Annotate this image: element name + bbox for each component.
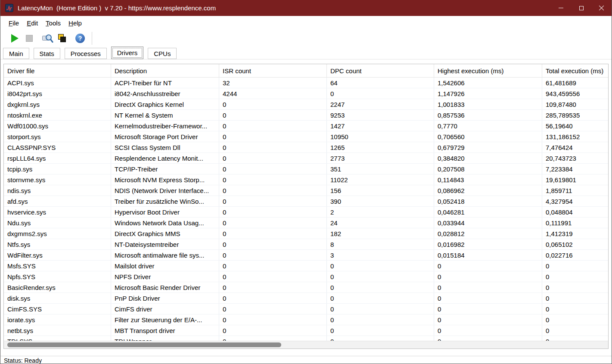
table-row[interactable]: afd.sysTreiber für zusätzliche WinSo...0… xyxy=(4,196,609,207)
maximize-icon xyxy=(579,6,584,10)
horizontal-scrollbar[interactable] xyxy=(4,341,608,348)
close-button[interactable] xyxy=(591,0,612,16)
table-cell: 0 xyxy=(542,293,609,303)
table-cell: Wdf01000.sys xyxy=(4,121,111,131)
table-row[interactable]: CimFS.SYSCimFS driver0000 xyxy=(4,304,609,314)
close-icon xyxy=(599,5,604,11)
table-cell: 0 xyxy=(542,314,609,325)
table-row[interactable]: Wdf01000.sysKernelmodustreiber-Framewor.… xyxy=(4,121,609,131)
table-row[interactable]: ndis.sysNDIS (Network Driver Interface..… xyxy=(4,185,609,196)
table-cell: TCP/IP-Treiber xyxy=(111,164,219,174)
column-header-dpc-count[interactable]: DPC count xyxy=(327,64,434,77)
layers-icon xyxy=(57,33,67,44)
table-row[interactable]: disk.sysPnP Disk Driver0000 xyxy=(4,293,609,304)
table-cell: 32 xyxy=(219,78,327,88)
table-cell: 0 xyxy=(219,228,327,239)
table-cell: 390 xyxy=(327,196,434,206)
table-cell: 2 xyxy=(327,207,434,217)
table-cell: tcpip.sys xyxy=(4,164,111,174)
table-cell: BasicRender.sys xyxy=(4,282,111,292)
table-row[interactable]: WdFilter.sysMicrosoft antimalware file s… xyxy=(4,250,609,261)
table-row[interactable]: Ndu.sysWindows Network Data Usag...0240,… xyxy=(4,218,609,228)
table-cell: Msfs.SYS xyxy=(4,261,111,271)
table-row[interactable]: dxgkrnl.sysDirectX Graphics Kernel022471… xyxy=(4,99,609,110)
latencymon-window: LatencyMon (Home Edition ) v 7.20 - http… xyxy=(0,0,612,364)
table-cell: 0 xyxy=(219,304,327,314)
stop-monitor-button[interactable] xyxy=(22,32,37,45)
tab-stats[interactable]: Stats xyxy=(34,48,60,59)
table-row[interactable]: ntoskrnl.exeNT Kernel & System092530,857… xyxy=(4,110,609,121)
table-cell: 7,223384 xyxy=(542,164,609,174)
column-header-total-execution[interactable]: Total execution (ms) xyxy=(542,64,609,77)
menu-help[interactable]: Help xyxy=(65,18,86,28)
table-cell: 0 xyxy=(219,325,327,336)
table-cell: 56,19640 xyxy=(542,121,609,131)
table-cell: dxgmms2.sys xyxy=(4,228,111,239)
table-cell: disk.sys xyxy=(4,293,111,303)
table-row[interactable]: storport.sysMicrosoft Storage Port Drive… xyxy=(4,131,609,142)
menu-tools[interactable]: Tools xyxy=(42,18,65,28)
table-row[interactable]: Msfs.SYSMailslot driver0000 xyxy=(4,261,609,271)
table-row[interactable]: rspLLL64.sysResplendence Latency Monit..… xyxy=(4,153,609,164)
table-cell: 0,7770 xyxy=(434,121,542,131)
table-cell: 3 xyxy=(327,250,434,260)
table-row[interactable]: CLASSPNP.SYSSCSI Class System Dll012650,… xyxy=(4,142,609,153)
table-row[interactable]: stornvme.sysMicrosoft NVM Express Storp.… xyxy=(4,174,609,185)
table-row[interactable]: BasicRender.sysMicrosoft Basic Render Dr… xyxy=(4,282,609,293)
table-row[interactable]: netbt.sysMBT Transport driver0000 xyxy=(4,325,609,336)
tab-cpus[interactable]: CPUs xyxy=(148,48,177,59)
tab-processes[interactable]: Processes xyxy=(65,48,107,59)
table-row[interactable]: ACPI.sysACPI-Treiber für NT32641,5426066… xyxy=(4,78,609,88)
table-cell: 0 xyxy=(219,271,327,282)
table-row[interactable]: Npfs.SYSNPFS Driver0000 xyxy=(4,271,609,282)
analyze-tools-button[interactable] xyxy=(40,32,55,45)
table-cell: 0 xyxy=(327,282,434,292)
table-cell: 1,412319 xyxy=(542,228,609,239)
table-row[interactable]: tcpip.sysTCP/IP-Treiber03510,2075087,223… xyxy=(4,164,609,174)
table-header: Driver file Description ISR count DPC co… xyxy=(4,64,609,78)
table-cell: 0 xyxy=(219,99,327,109)
minimize-button[interactable] xyxy=(551,0,571,16)
tab-main[interactable]: Main xyxy=(3,48,29,59)
table-cell: storport.sys xyxy=(4,131,111,142)
table-row[interactable]: iorate.sysFilter zur Steuerung der E/A-.… xyxy=(4,314,609,325)
scrollbar-thumb[interactable] xyxy=(7,342,281,347)
table-cell: Microsoft Basic Render Driver xyxy=(111,282,219,292)
table-row[interactable]: Ntfs.sysNT-Dateisystemtreiber080,0169820… xyxy=(4,239,609,250)
table-row[interactable]: i8042prt.sysi8042-Anschlusstreiber424401… xyxy=(4,88,609,99)
help-button[interactable] xyxy=(73,32,87,45)
table-row[interactable]: dxgmms2.sysDirectX Graphics MMS01820,028… xyxy=(4,228,609,239)
table-cell: afd.sys xyxy=(4,196,111,206)
start-monitor-button[interactable] xyxy=(7,32,22,45)
table-cell: 0 xyxy=(434,282,542,292)
table-cell: 0,065102 xyxy=(542,239,609,249)
table-cell: 7,476424 xyxy=(542,142,609,152)
titlebar: LatencyMon (Home Edition ) v 7.20 - http… xyxy=(0,0,612,16)
table-cell: 0 xyxy=(219,110,327,120)
windows-layers-button[interactable] xyxy=(55,32,69,45)
table-cell: 0 xyxy=(542,271,609,282)
table-cell: 4244 xyxy=(219,88,327,99)
column-header-driver-file[interactable]: Driver file xyxy=(4,64,111,77)
column-header-isr-count[interactable]: ISR count xyxy=(219,64,327,77)
table-cell: 0 xyxy=(219,261,327,271)
menu-file[interactable]: File xyxy=(5,18,23,28)
tab-drivers[interactable]: Drivers xyxy=(111,47,144,59)
table-cell: 0 xyxy=(434,304,542,314)
table-cell: Npfs.SYS xyxy=(4,271,111,282)
column-header-highest-execution[interactable]: Highest execution (ms) xyxy=(434,64,542,77)
table-cell: i8042prt.sys xyxy=(4,88,111,99)
table-cell: netbt.sys xyxy=(4,325,111,336)
column-header-description[interactable]: Description xyxy=(111,64,219,77)
analyze-tools-icon xyxy=(42,33,53,44)
table-cell: 0 xyxy=(327,271,434,282)
table-cell: 0 xyxy=(219,131,327,142)
table-cell: 8 xyxy=(327,239,434,249)
menu-edit[interactable]: Edit xyxy=(23,18,42,28)
table-cell: Ndu.sys xyxy=(4,218,111,228)
table-cell: 0 xyxy=(219,218,327,228)
table-row[interactable]: hvservice.sysHypervisor Boot Driver020,0… xyxy=(4,207,609,218)
table-cell: 0 xyxy=(219,207,327,217)
table-cell: 0,015184 xyxy=(434,250,542,260)
maximize-button[interactable] xyxy=(571,0,591,16)
